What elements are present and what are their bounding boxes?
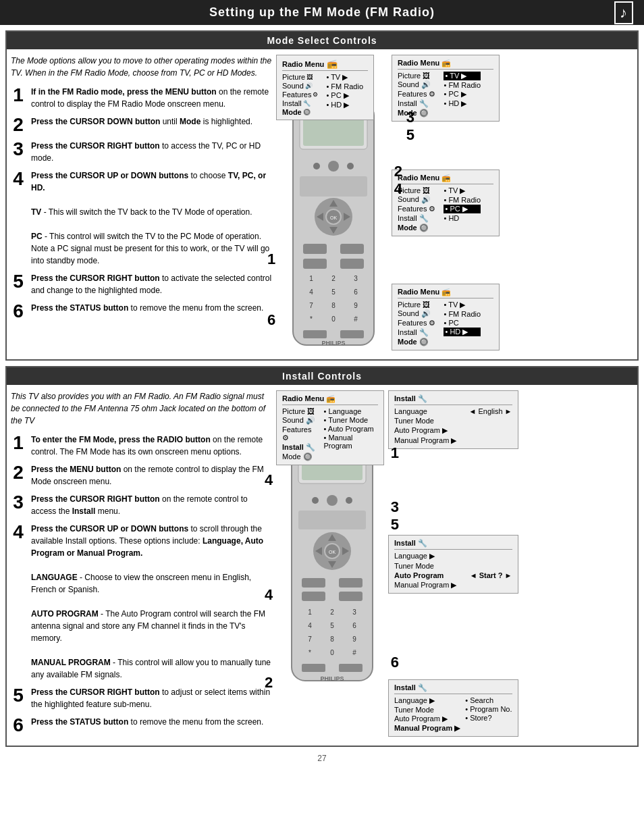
svg-text:9: 9 [352,635,356,643]
svg-text:7: 7 [309,302,313,309]
svg-text:4: 4 [308,622,312,629]
step-6: 6 Press the STATUS button to remove the … [11,302,274,321]
svg-text:0: 0 [331,315,336,323]
mode-select-header: Mode Select Controls [7,32,637,49]
page-number: 27 [0,754,644,763]
svg-text:2: 2 [330,608,334,616]
svg-text:3: 3 [352,608,356,616]
svg-point-5 [347,163,354,170]
svg-text:4: 4 [309,288,313,296]
svg-text:PHILIPS: PHILIPS [321,340,345,346]
svg-text:5: 5 [331,288,336,296]
svg-rect-52 [339,592,363,601]
svg-text:6: 6 [352,622,356,629]
install-step-3: 3 Press the CURSOR RIGHT button on the r… [11,493,274,517]
install-step-6: 6 Press the STATUS button to remove the … [11,716,274,735]
install-radio-menu-1: Radio Menu 📻 Picture 🖼 Sound 🔊 Features … [276,390,384,465]
svg-rect-51 [302,592,325,601]
step-2: 2 Press the CURSOR DOWN button until Mod… [11,115,274,134]
step-1: 1 If in the FM Radio mode, press the MEN… [11,86,274,110]
install-step-1: 1 To enter the FM Mode, press the RADIO … [11,434,274,458]
svg-rect-15 [303,244,327,254]
svg-text:5: 5 [330,622,334,629]
svg-rect-32 [340,330,364,338]
svg-text:#: # [352,649,356,656]
step-3: 3 Press the CURSOR RIGHT button to acces… [11,140,274,164]
svg-text:8: 8 [330,635,334,643]
music-icon: ♪ [614,1,633,24]
svg-text:*: * [310,315,313,323]
svg-text:*: * [308,649,311,656]
svg-rect-31 [303,330,327,338]
page-header: Setting up the FM Mode (FM Radio) ♪ [0,0,644,25]
svg-text:#: # [354,315,358,323]
install-step-5: 5 Press the CURSOR RIGHT button to adjus… [11,686,274,710]
svg-rect-18 [340,259,364,269]
svg-point-39 [346,497,352,504]
svg-point-3 [328,161,339,172]
svg-point-38 [312,497,319,504]
svg-rect-16 [340,244,364,254]
svg-text:2: 2 [331,275,336,282]
svg-text:PHILIPS: PHILIPS [320,675,344,682]
install-intro: This TV also provides you with an FM Rad… [11,390,274,427]
install-remote-svg: OK 1 2 3 4 5 6 7 8 [279,431,384,687]
svg-text:OK: OK [329,550,336,554]
step-5: 5 Press the CURSOR RIGHT button to activ… [11,272,274,296]
install-step-2: 2 Press the MENU button on the remote co… [11,463,274,488]
remote-svg: OK 1 2 3 4 5 6 [279,95,387,352]
svg-text:9: 9 [354,302,358,309]
svg-text:6: 6 [354,288,358,296]
page-title: Setting up the FM Mode (FM Radio) [209,5,435,19]
install-controls-header: Install Controls [7,367,637,385]
svg-text:OK: OK [330,215,337,220]
svg-rect-65 [302,664,325,672]
step-4: 4 Press the CURSOR UP or DOWN buttons to… [11,170,274,267]
radio-menu-1: Radio Menu 📻 Picture 🖼 Sound 🔊 Features … [276,55,374,120]
svg-text:0: 0 [330,649,334,656]
mode-select-intro: The Mode options allow you to move to ot… [11,55,274,79]
svg-point-37 [327,495,338,506]
install-step-4: 4 Press the CURSOR UP or DOWN buttons to… [11,523,274,681]
svg-rect-17 [303,259,327,269]
svg-text:8: 8 [331,302,336,309]
install-menu-3: Install 🔧 Language ▶ Tuner Mode Auto Pro… [388,679,518,737]
svg-point-4 [313,163,320,170]
svg-rect-6 [300,176,367,197]
radio-menu-4: Radio Menu 📻 Picture 🖼 Sound 🔊 Features … [392,284,500,350]
svg-rect-49 [302,578,325,588]
radio-menu-3: Radio Menu 📻 Picture 🖼 Sound 🔊 Features … [392,170,500,236]
install-menu-1: Install 🔧 Language ◄ English ► Tuner Mod… [388,390,518,449]
svg-text:3: 3 [354,275,358,282]
install-menu-2: Install 🔧 Language ▶ Tuner Mode Auto Pro… [388,535,518,594]
svg-text:7: 7 [308,635,312,643]
svg-text:1: 1 [308,608,312,616]
svg-rect-66 [339,664,363,672]
svg-rect-50 [339,578,363,588]
svg-rect-40 [298,511,366,529]
svg-text:1: 1 [309,275,313,282]
